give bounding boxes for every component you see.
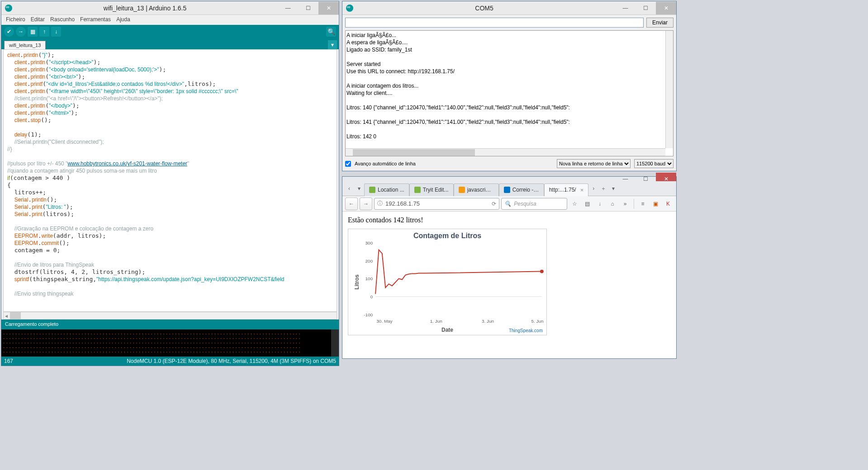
svg-text:0: 0 xyxy=(370,294,373,299)
serial-monitor-button[interactable]: 🔍 xyxy=(326,27,336,37)
board-info: NodeMCU 1.0 (ESP-12E Module), 80 MHz, Se… xyxy=(127,358,336,364)
home-icon[interactable]: ⌂ xyxy=(607,198,618,209)
serial-titlebar[interactable]: COM5 — ☐ ✕ xyxy=(342,1,676,15)
y-axis-label: Litros xyxy=(354,274,360,289)
tab-overflow-icon[interactable]: ▾ xyxy=(608,183,618,193)
thingspeak-link[interactable]: ThingSpeak.com xyxy=(509,328,543,333)
tab-menu-button[interactable]: ▾ xyxy=(328,40,337,49)
minimize-button[interactable]: — xyxy=(278,2,298,14)
serial-output[interactable]: A iniciar ligaÃ§Ã£o... A espera de ligaÃ… xyxy=(345,30,674,156)
chart-plot-area: 300 200 100 0 -100 30. May 1. Jun 3. Jun… xyxy=(375,243,542,317)
downloads-icon[interactable]: ↓ xyxy=(594,198,605,209)
svg-text:3. Jun: 3. Jun xyxy=(482,319,494,324)
arduino-titlebar[interactable]: wifi_leitura_13 | Arduino 1.6.5 — ☐ ✕ xyxy=(1,1,339,15)
search-bar[interactable]: 🔍 Pesquisa xyxy=(501,198,567,210)
upload-button[interactable]: → xyxy=(16,27,26,37)
svg-text:100: 100 xyxy=(365,276,373,281)
tab-close-icon[interactable]: × xyxy=(580,187,584,193)
arduino-output-console[interactable]: . . . . . . . . . . . . . . . . . . . . … xyxy=(1,329,339,357)
serial-vertical-scrollbar[interactable] xyxy=(665,31,673,148)
firebug-icon[interactable]: ▣ xyxy=(650,198,661,209)
close-button[interactable]: ✕ xyxy=(656,2,676,14)
url-text: 192.168.1.75 xyxy=(385,200,489,207)
page-heading: Estão contados 142 litros! xyxy=(348,216,671,224)
console-line: . . . . . . . . . . . . . . . . . . . . … xyxy=(3,348,329,353)
x-axis-label: Date xyxy=(441,327,453,333)
browser-tab[interactable]: javascript... xyxy=(454,183,499,196)
arduino-footer: 167 NodeMCU 1.0 (ESP-12E Module), 80 MHz… xyxy=(1,357,339,366)
maximize-button[interactable]: ☐ xyxy=(298,2,318,14)
js-icon xyxy=(459,187,465,193)
browser-titlebar[interactable]: — ☐ ✕ xyxy=(342,177,676,181)
outlook-icon xyxy=(504,187,510,193)
browser-window: — ☐ ✕ ‹ ▾ Location ... Tryit Edit... jav… xyxy=(342,176,677,359)
svg-text:5. Jun: 5. Jun xyxy=(531,319,543,324)
menu-ficheiro[interactable]: Ficheiro xyxy=(6,16,25,24)
editor-horizontal-scrollbar[interactable]: ◂ xyxy=(3,312,337,320)
w3-icon xyxy=(414,187,421,193)
svg-text:-100: -100 xyxy=(364,312,373,317)
identity-icon[interactable]: ⓘ xyxy=(377,200,383,207)
tab-scroll-left-icon[interactable]: ‹ xyxy=(344,183,354,193)
serial-horizontal-scrollbar[interactable] xyxy=(346,148,665,156)
forward-button[interactable]: → xyxy=(360,197,372,210)
autoscroll-label: Avanço automático de linha xyxy=(355,161,416,166)
menu-rascunho[interactable]: Rascunho xyxy=(50,16,75,24)
sketch-tab[interactable]: wifi_leitura_13 xyxy=(4,41,46,49)
tab-label: Tryit Edit... xyxy=(423,187,449,193)
autoscroll-checkbox[interactable] xyxy=(345,161,351,167)
tab-scroll-right-icon[interactable]: › xyxy=(588,183,598,193)
arduino-window-title: wifi_leitura_13 | Arduino 1.6.5 xyxy=(12,5,278,12)
serial-monitor-window: COM5 — ☐ ✕ Enviar A iniciar ligaÃ§Ã£o...… xyxy=(342,1,677,171)
verify-button[interactable]: ✔ xyxy=(4,27,14,37)
browser-tab[interactable]: Correio - ... xyxy=(499,183,544,196)
search-icon: 🔍 xyxy=(504,201,511,207)
browser-tab[interactable]: Tryit Edit... xyxy=(409,183,454,196)
reload-icon[interactable]: ⟳ xyxy=(492,201,496,207)
new-sketch-button[interactable]: ▦ xyxy=(28,27,38,37)
serial-send-button[interactable]: Enviar xyxy=(646,18,674,28)
window-controls: — ☐ ✕ xyxy=(278,2,339,14)
browser-toolbar: ← → ⓘ 192.168.1.75 ⟳ 🔍 Pesquisa ☆ ▤ ↓ ⌂ … xyxy=(342,196,676,212)
address-bar[interactable]: ⓘ 192.168.1.75 ⟳ xyxy=(374,198,499,210)
svg-point-10 xyxy=(540,270,544,273)
new-tab-button[interactable]: ＋ xyxy=(598,183,608,193)
svg-text:1. Jun: 1. Jun xyxy=(430,319,442,324)
browser-content[interactable]: Estão contados 142 litros! Contagem de L… xyxy=(342,212,676,358)
baud-rate-select[interactable]: 115200 baud xyxy=(634,159,674,168)
code-editor[interactable]: client.println("}"); client.println("</s… xyxy=(3,49,337,312)
overflow-icon[interactable]: » xyxy=(620,198,631,209)
serial-footer: Avanço automático de linha Nova linha e … xyxy=(342,156,676,171)
svg-text:30. May: 30. May xyxy=(376,319,392,324)
serial-window-title: COM5 xyxy=(353,5,615,12)
minimize-button[interactable]: — xyxy=(615,2,636,14)
back-button[interactable]: ← xyxy=(345,197,358,210)
save-sketch-button[interactable]: ↓ xyxy=(51,27,61,37)
reader-icon[interactable]: ▤ xyxy=(582,198,593,209)
serial-text: A iniciar ligaÃ§Ã£o... A espera de ligaÃ… xyxy=(346,32,570,140)
maximize-button[interactable]: ☐ xyxy=(636,2,656,14)
svg-text:300: 300 xyxy=(365,240,373,245)
serial-input-field[interactable] xyxy=(345,18,644,28)
browser-tab-active[interactable]: http:...1.75/ × xyxy=(544,183,589,196)
menu-ajuda[interactable]: Ajuda xyxy=(116,16,130,24)
bookmark-star-icon[interactable]: ☆ xyxy=(569,198,580,209)
arduino-menubar: Ficheiro Editar Rascunho Ferramentas Aju… xyxy=(1,15,339,25)
menu-icon[interactable]: ≡ xyxy=(637,198,648,209)
tab-label: javascript... xyxy=(467,187,494,193)
line-ending-select[interactable]: Nova linha e retorno de linha xyxy=(557,159,631,168)
menu-editar[interactable]: Editar xyxy=(31,16,45,24)
open-sketch-button[interactable]: ↑ xyxy=(39,27,49,37)
tab-label: Location ... xyxy=(378,187,404,193)
close-button[interactable]: ✕ xyxy=(318,2,339,14)
thingspeak-chart: Contagem de Litros Litros Date ThingSpea… xyxy=(348,229,547,335)
line-number-indicator: 167 xyxy=(4,358,127,364)
sketch-tab-bar: wifi_leitura_13 ▾ xyxy=(1,38,339,49)
window-controls: — ☐ ✕ xyxy=(615,2,676,14)
menu-ferramentas[interactable]: Ferramentas xyxy=(80,16,111,24)
w3-icon xyxy=(369,187,375,193)
browser-tab[interactable]: Location ... xyxy=(364,183,409,196)
arduino-logo-icon xyxy=(346,5,353,12)
kaspersky-icon[interactable]: K xyxy=(663,198,674,209)
tab-list-icon[interactable]: ▾ xyxy=(354,183,364,193)
